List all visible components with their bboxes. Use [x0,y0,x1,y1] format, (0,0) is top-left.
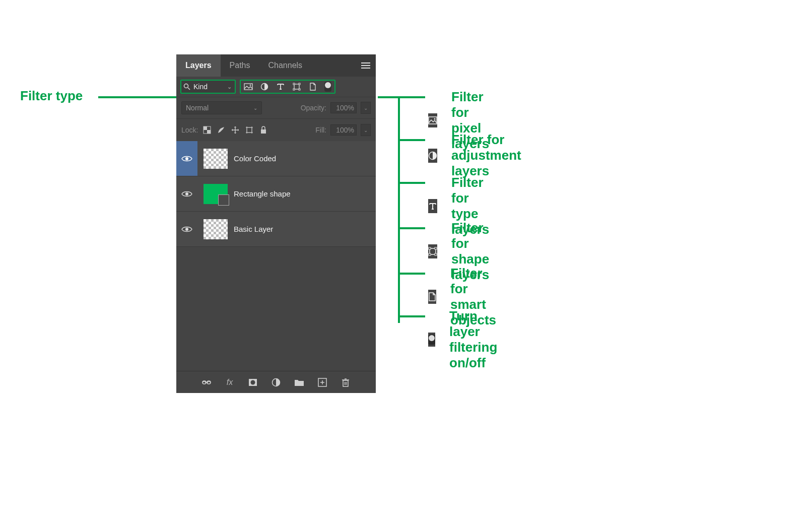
annotation-filter-type: Filter type [20,88,83,104]
svg-point-37 [185,192,188,195]
blend-row: Normal ⌄ Opacity: 100% ⌄ [176,97,376,119]
fill-input[interactable]: 100% [330,124,357,136]
filter-type-dropdown[interactable]: Kind ⌄ [180,80,236,94]
layer-thumbnail[interactable] [204,219,228,239]
group-button[interactable] [294,377,304,387]
fill-stepper[interactable]: ⌄ [361,124,371,136]
svg-rect-18 [299,83,300,85]
opacity-label: Opacity: [301,104,326,112]
visibility-toggle[interactable] [176,176,197,211]
svg-rect-17 [293,83,295,85]
legend-adjust: Filter for adjustment layers [428,132,526,179]
tab-paths[interactable]: Paths [221,54,259,77]
svg-point-14 [250,85,251,86]
tab-paths-label: Paths [230,61,250,70]
svg-rect-6 [429,253,431,255]
annotation-branch-3 [400,227,425,229]
annotation-branch-1 [400,139,425,141]
annotation-branch-2 [400,182,425,184]
svg-rect-0 [429,117,437,124]
filter-pixel-button[interactable] [244,82,253,91]
svg-point-38 [185,228,188,231]
svg-rect-13 [244,84,252,90]
chevron-down-icon: ⌄ [227,84,232,90]
svg-rect-19 [293,89,295,90]
filter-toggle-switch[interactable] [324,82,331,92]
filter-smart-button[interactable] [308,82,317,91]
type-icon [428,199,437,213]
mask-button[interactable] [248,377,258,387]
lock-artboard-button[interactable] [244,125,254,135]
tab-layers-label: Layers [185,61,212,70]
opacity-input[interactable]: 100% [330,102,357,113]
layer-thumbnail[interactable] [204,184,228,204]
annotation-trunk [398,96,400,323]
panel-menu-icon[interactable] [356,54,376,77]
smart-object-icon [428,290,436,304]
svg-rect-20 [299,89,300,90]
image-icon [428,113,437,127]
opacity-stepper[interactable]: ⌄ [361,102,371,114]
svg-rect-23 [207,130,211,134]
svg-rect-5 [435,247,437,249]
fx-button[interactable]: fx [225,377,235,387]
layer-row[interactable]: Rectangle shape [176,176,376,212]
visibility-toggle[interactable] [176,212,197,246]
annotation-branch-0 [400,96,425,98]
layer-thumbnail[interactable] [204,149,228,169]
fill-value: 100% [336,126,354,134]
tab-layers[interactable]: Layers [176,54,221,77]
annotation-branch-5 [400,315,425,317]
link-layers-button[interactable] [201,377,212,387]
lock-label: Lock: [181,126,198,134]
filter-shape-button[interactable] [292,82,301,91]
layer-row[interactable]: Color Coded [176,141,376,176]
annotation-branch-4 [400,273,425,275]
lock-all-button[interactable] [258,125,268,135]
filter-type-button[interactable] [276,82,285,91]
tab-channels-label: Channels [268,61,303,70]
svg-line-12 [188,88,190,90]
layers-list: Color Coded Rectangle shape Basic Layer [176,141,376,371]
fill-label: Fill: [315,126,326,134]
svg-rect-26 [247,127,252,133]
svg-point-1 [434,118,436,120]
chevron-down-icon: ⌄ [253,105,257,111]
blend-mode-dropdown[interactable]: Normal ⌄ [181,101,262,114]
blend-mode-label: Normal [186,104,209,112]
layers-panel: Layers Paths Channels Kind ⌄ [176,54,376,393]
lock-transparency-button[interactable] [202,125,212,135]
filter-adjustment-button[interactable] [260,82,269,91]
new-layer-button[interactable] [317,377,327,387]
legend-toggle: Turn layer filtering on/off [428,308,504,371]
svg-rect-7 [435,253,437,255]
lock-pixels-button[interactable] [216,125,226,135]
tab-bar: Layers Paths Channels [176,54,376,77]
filter-icons-group [240,80,335,94]
adjustment-icon [428,149,437,163]
visibility-toggle[interactable] [176,141,197,176]
legend-toggle-label: Turn layer filtering on/off [449,308,504,371]
layer-name[interactable]: Color Coded [234,154,276,163]
opacity-value: 100% [336,104,354,112]
lock-position-button[interactable] [230,125,240,135]
adjustment-layer-button[interactable] [271,377,281,387]
svg-point-11 [184,84,188,88]
layer-row[interactable]: Basic Layer [176,212,376,247]
toggle-icon [428,333,435,347]
annotation-branch-root [378,96,398,98]
layers-footer: fx [176,371,376,393]
search-icon [183,83,190,90]
legend-adjust-label: Filter for adjustment layers [451,132,526,179]
annotation-arrow [98,96,179,98]
svg-point-36 [185,157,188,160]
filter-type-label: Kind [193,83,208,91]
layer-name[interactable]: Basic Layer [234,225,273,233]
annotation-filter-type-label: Filter type [20,88,83,103]
layer-name[interactable]: Rectangle shape [234,189,291,198]
delete-layer-button[interactable] [341,377,351,387]
svg-rect-22 [204,126,207,130]
shape-icon [428,244,437,258]
filter-bar: Kind ⌄ [176,77,376,97]
tab-channels[interactable]: Channels [259,54,312,77]
